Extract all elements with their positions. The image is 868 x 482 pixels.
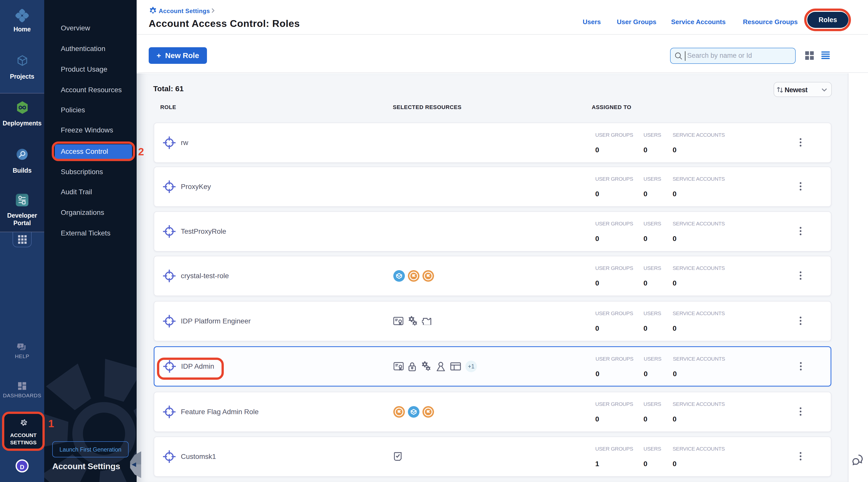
svg-text:?: ? (19, 344, 21, 348)
